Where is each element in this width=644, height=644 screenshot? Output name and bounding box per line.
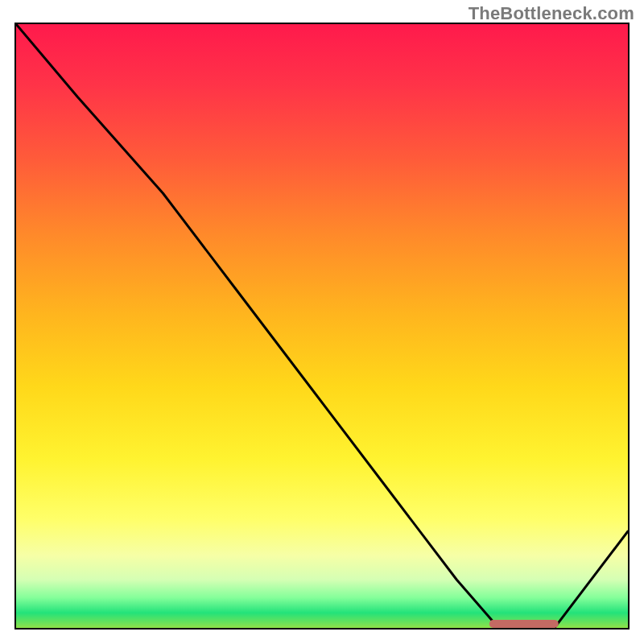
bottleneck-curve-path bbox=[16, 24, 628, 628]
chart-stage: TheBottleneck.com bbox=[0, 0, 644, 644]
bottleneck-curve-svg bbox=[16, 24, 628, 628]
watermark-text: TheBottleneck.com bbox=[469, 3, 634, 24]
plot-frame bbox=[14, 23, 630, 630]
